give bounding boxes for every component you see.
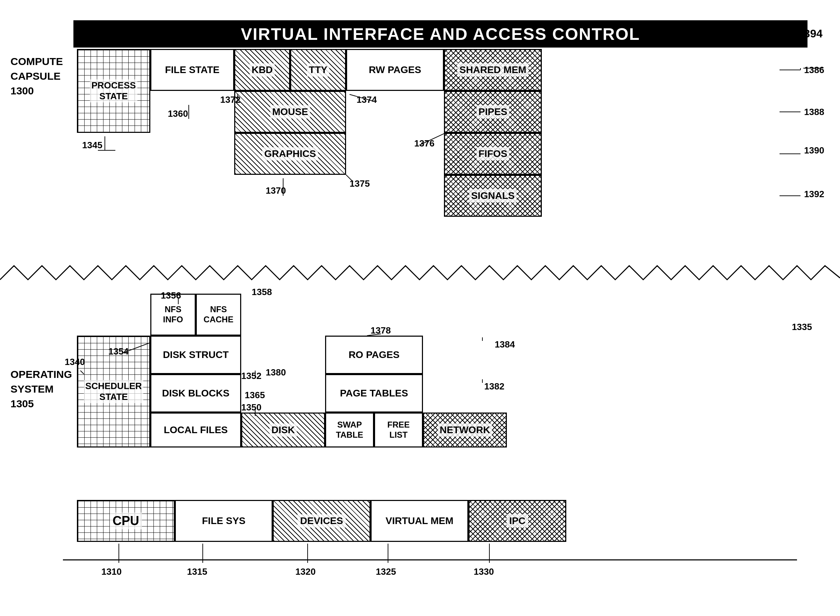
- free-list-box: FREE LIST: [374, 412, 423, 447]
- rw-pages-box: RW PAGES: [346, 49, 444, 91]
- ref-1315: 1315: [187, 566, 207, 577]
- page-tables-box: PAGE TABLES: [325, 374, 423, 412]
- ref-1310: 1310: [101, 566, 122, 577]
- operating-system-label: OPERATING SYSTEM 1305: [10, 367, 72, 411]
- ref-1354: 1354: [108, 346, 129, 357]
- zigzag-separator: [0, 259, 840, 287]
- swap-table-box: SWAP TABLE: [325, 412, 374, 447]
- viac-label: VIRTUAL INTERFACE AND ACCESS CONTROL: [241, 25, 640, 44]
- ref-1350: 1350: [241, 402, 261, 413]
- ref-1372: 1372: [220, 94, 240, 105]
- ref-1356: 1356: [161, 290, 181, 301]
- diagram-container: VIRTUAL INTERFACE AND ACCESS CONTROL 139…: [0, 0, 840, 616]
- ref-1340: 1340: [65, 356, 85, 367]
- bottom-line: [63, 559, 797, 560]
- ref-1388: 1388: [804, 107, 824, 117]
- disk-box: DISK: [241, 412, 325, 447]
- pipes-box: PIPES: [444, 91, 542, 133]
- disk-struct-box: DISK STRUCT: [150, 336, 241, 374]
- ref-1320: 1320: [295, 566, 316, 577]
- ref-1384: 1384: [495, 339, 515, 350]
- ref-1394: 1394: [798, 27, 822, 40]
- nfs-cache-box: NFS CACHE: [196, 294, 241, 336]
- ref-1365: 1365: [245, 390, 265, 400]
- ref-1352: 1352: [241, 371, 261, 381]
- ref-1390: 1390: [804, 145, 824, 156]
- viac-bar: VIRTUAL INTERFACE AND ACCESS CONTROL: [73, 20, 808, 48]
- ro-pages-box: RO PAGES: [325, 336, 423, 374]
- shared-mem-box: SHARED MEM: [444, 49, 542, 91]
- graphics-box: GRAPHICS: [234, 133, 346, 175]
- file-sys-box: FILE SYS: [175, 500, 273, 542]
- signals-box: SIGNALS: [444, 175, 542, 217]
- mouse-box: MOUSE: [234, 91, 346, 133]
- ref-1375: 1375: [350, 178, 370, 189]
- ref-1330: 1330: [474, 566, 494, 577]
- devices-box: DEVICES: [273, 500, 371, 542]
- fifos-box: FIFOS: [444, 133, 542, 175]
- disk-blocks-box: DISK BLOCKS: [150, 374, 241, 412]
- ref-1392: 1392: [804, 189, 824, 199]
- ref-1376: 1376: [414, 138, 434, 149]
- virtual-mem-box: VIRTUAL MEM: [371, 500, 468, 542]
- ref-1380: 1380: [266, 367, 286, 378]
- ref-1325: 1325: [376, 566, 396, 577]
- ref-1358: 1358: [252, 287, 272, 298]
- ref-1374: 1374: [356, 94, 377, 105]
- compute-capsule-label: COMPUTE CAPSULE 1300: [10, 54, 63, 98]
- ref-1378: 1378: [371, 325, 391, 336]
- ref-1335: 1335: [792, 322, 812, 333]
- ref-1382: 1382: [484, 381, 504, 392]
- network-box: NETWORK: [423, 412, 507, 447]
- cpu-box: CPU: [77, 500, 175, 542]
- file-state-box: FILE STATE: [150, 49, 234, 91]
- tty-box: TTY: [290, 49, 346, 91]
- process-state-box: PROCESS STATE: [77, 49, 150, 133]
- ref-1345: 1345: [82, 140, 103, 151]
- ref-1360: 1360: [168, 109, 188, 119]
- ref-1370: 1370: [266, 185, 286, 196]
- local-files-box: LOCAL FILES: [150, 412, 241, 447]
- ipc-box: IPC: [468, 500, 566, 542]
- kbd-box: KBD: [234, 49, 290, 91]
